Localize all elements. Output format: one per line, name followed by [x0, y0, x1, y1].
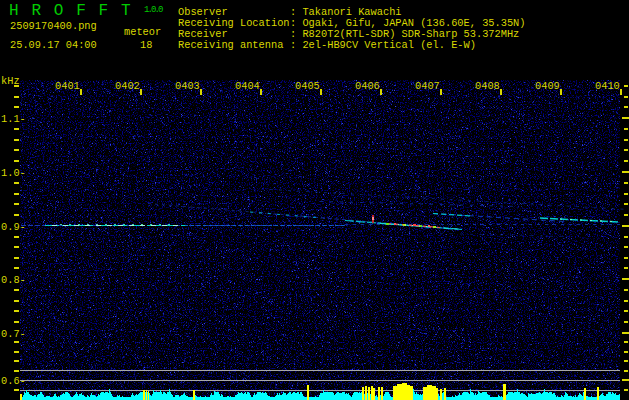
svg-text:0409: 0409	[535, 80, 560, 92]
svg-text:0406: 0406	[355, 80, 380, 92]
svg-text:meteor: meteor	[124, 26, 161, 38]
svg-text:0.6-: 0.6-	[1, 375, 26, 387]
svg-text:0401: 0401	[55, 80, 80, 92]
svg-text:kHz: kHz	[1, 75, 20, 87]
svg-text:2509170400.png: 2509170400.png	[10, 20, 97, 32]
svg-text:1.1-: 1.1-	[1, 113, 26, 125]
svg-text:0405: 0405	[295, 80, 320, 92]
svg-text:0403: 0403	[175, 80, 200, 92]
svg-text:0410: 0410	[595, 80, 620, 92]
svg-text:1.0.0: 1.0.0	[144, 5, 163, 15]
svg-text:0.7-: 0.7-	[1, 328, 26, 340]
svg-text:0404: 0404	[235, 80, 260, 92]
svg-text:25.09.17 04:00: 25.09.17 04:00	[10, 39, 97, 51]
svg-text:: Takanori Kawachi: : Takanori Kawachi	[290, 6, 402, 18]
svg-text:1.0-: 1.0-	[1, 167, 26, 179]
svg-text:H R O F F T: H R O F F T	[9, 2, 132, 20]
svg-text:0.8-: 0.8-	[1, 274, 26, 286]
svg-text:0407: 0407	[415, 80, 440, 92]
svg-text:Receiver: Receiver	[178, 28, 228, 40]
svg-text:: 2el-HB9CV Vertical (el. E-W): : 2el-HB9CV Vertical (el. E-W)	[290, 39, 476, 51]
svg-text:Observer: Observer	[178, 6, 228, 18]
svg-text:: R820T2(RTL-SDR) SDR-Sharp 53: : R820T2(RTL-SDR) SDR-Sharp 53.372MHz	[290, 28, 519, 40]
svg-text:Receiving antenna: Receiving antenna	[178, 39, 283, 51]
svg-text:Receiving Location: Receiving Location	[178, 17, 290, 29]
svg-text:0408: 0408	[475, 80, 500, 92]
svg-text:18: 18	[140, 39, 152, 51]
svg-text:0402: 0402	[115, 80, 140, 92]
svg-text:: Ogaki, Gifu, JAPAN (136.60E,: : Ogaki, Gifu, JAPAN (136.60E, 35.35N)	[290, 17, 526, 29]
svg-text:0.9-: 0.9-	[1, 221, 26, 233]
